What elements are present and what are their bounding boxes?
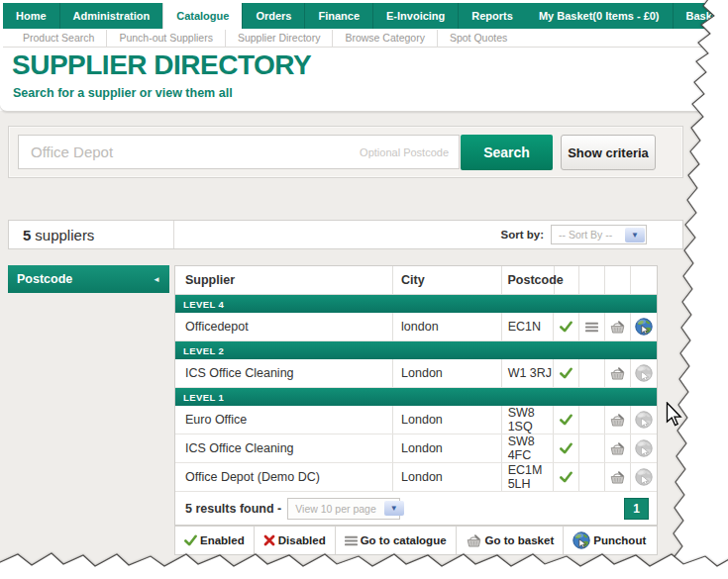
supplier-name: ICS Office Cleaning	[175, 359, 393, 387]
subnav-supplier-directory[interactable]: Supplier Directory	[225, 30, 332, 47]
table-row[interactable]: Euro Office London SW8 1SQ	[175, 406, 657, 434]
legend-label: Disabled	[278, 534, 326, 546]
empty-cell	[579, 359, 605, 387]
postcode-filter-header[interactable]: Postcode ◄	[8, 265, 169, 293]
supplier-table: Supplier City Postcode LEVEL 4 Officedep…	[174, 265, 658, 526]
go-to-basket-icon[interactable]	[605, 406, 631, 434]
optional-postcode-hint: Optional Postcode	[360, 146, 459, 158]
sort-by-group: Sort by: -- Sort By -- ▼	[501, 225, 682, 244]
legend-label: Enabled	[200, 534, 245, 546]
enabled-check-icon	[554, 463, 579, 491]
enabled-check-icon	[554, 313, 579, 340]
go-to-basket-icon[interactable]	[605, 434, 631, 462]
nav-tab-orders[interactable]: Orders	[242, 3, 304, 29]
search-button[interactable]: Search	[461, 135, 553, 170]
column-header-postcode: Postcode	[502, 266, 555, 294]
nav-tab-administration[interactable]: Administration	[59, 3, 163, 29]
supplier-search-input[interactable]: Office Depot Optional Postcode	[18, 135, 460, 169]
table-row[interactable]: Office Depot (Demo DC) London EC1M 5LH	[175, 463, 657, 492]
nav-tab-reports[interactable]: Reports	[458, 3, 526, 29]
supplier-count: 5 suppliers	[9, 221, 174, 248]
per-page-value: View 10 per page	[288, 503, 383, 515]
legend-punchout: Punchout	[564, 527, 657, 554]
page-1-button[interactable]: 1	[624, 498, 649, 520]
basket-icon	[466, 534, 482, 547]
empty-cell	[579, 434, 605, 462]
page-subtitle: Search for a supplier or view them all	[13, 86, 233, 100]
postcode-filter-label: Postcode	[17, 272, 72, 286]
empty-cell	[579, 463, 605, 491]
go-to-basket-icon[interactable]	[605, 359, 631, 387]
supplier-name: Office Depot (Demo DC)	[175, 463, 393, 491]
results-bar: 5 suppliers Sort by: -- Sort By -- ▼	[8, 220, 683, 249]
nav-tab-catalogue[interactable]: Catalogue	[162, 3, 242, 29]
nav-tab-finance[interactable]: Finance	[304, 3, 372, 29]
subnav-browse-category[interactable]: Browse Category	[332, 30, 437, 47]
legend-label: Punchout	[593, 534, 646, 546]
enabled-check-icon	[554, 434, 579, 462]
table-row[interactable]: ICS Office Cleaning London SW8 4FC	[175, 434, 657, 463]
supplier-postcode: EC1N	[502, 313, 555, 340]
legend-go-to-catalogue: Go to catalogue	[336, 527, 457, 554]
table-header-row: Supplier City Postcode	[175, 266, 657, 295]
go-to-basket-icon[interactable]	[605, 463, 631, 491]
search-panel: Office Depot Optional Postcode Search Sh…	[8, 126, 683, 178]
legend-enabled: Enabled	[175, 527, 255, 554]
nav-right-group: My Basket(0 Items - £0) Basket History Q…	[526, 3, 728, 29]
legend-label: Go to catalogue	[361, 534, 447, 546]
subnav-spot-quotes[interactable]: Spot Quotes	[437, 30, 519, 47]
chevron-down-icon[interactable]: ▼	[384, 501, 404, 516]
per-page-select[interactable]: View 10 per page ▼	[287, 498, 400, 520]
go-to-basket-icon[interactable]	[605, 313, 631, 340]
column-header-catalogue	[579, 266, 605, 294]
check-icon	[184, 534, 197, 546]
enabled-check-icon	[554, 406, 579, 434]
table-footer: 5 results found - View 10 per page ▼ 1	[175, 492, 657, 525]
legend-disabled: Disabled	[255, 527, 336, 554]
punchout-icon[interactable]	[631, 313, 657, 340]
sub-nav: Product Search Punch-out Suppliers Suppl…	[3, 29, 722, 48]
punchout-icon-disabled	[631, 463, 657, 491]
punchout-icon-disabled	[631, 359, 657, 387]
page-title: SUPPLIER DIRECTORY	[12, 49, 311, 81]
enabled-check-icon	[554, 359, 579, 387]
supplier-postcode: EC1M 5LH	[502, 463, 555, 491]
supplier-city: london	[393, 313, 502, 340]
level-group-header: LEVEL 4	[175, 295, 657, 313]
supplier-name: Euro Office	[175, 406, 393, 434]
subnav-product-search[interactable]: Product Search	[11, 30, 106, 47]
supplier-count-label: suppliers	[35, 227, 94, 243]
screenshot-page: Home Administration Catalogue Orders Fin…	[0, 0, 728, 579]
legend-go-to-basket: Go to basket	[457, 527, 565, 554]
subnav-punch-out-suppliers[interactable]: Punch-out Suppliers	[106, 30, 225, 47]
show-criteria-button[interactable]: Show criteria	[561, 135, 656, 170]
sort-by-value: -- Sort By --	[552, 229, 624, 241]
sort-by-label: Sort by:	[501, 229, 544, 241]
legend-bar: Enabled Disabled Go to catalogue Go to b…	[174, 526, 658, 555]
go-to-catalogue-icon[interactable]	[579, 313, 605, 340]
supplier-postcode: SW8 4FC	[502, 434, 555, 462]
supplier-name: ICS Office Cleaning	[175, 434, 393, 462]
punchout-icon-disabled	[631, 434, 657, 462]
supplier-count-number: 5	[23, 227, 31, 243]
column-header-supplier: Supplier	[175, 266, 393, 294]
table-row[interactable]: ICS Office Cleaning London W1 3RJ	[175, 359, 657, 388]
nav-tab-home[interactable]: Home	[3, 3, 59, 29]
column-header-city: City	[393, 266, 502, 294]
supplier-name: Officedepot	[175, 313, 393, 340]
search-query-text: Office Depot	[19, 144, 360, 160]
level-group-header: LEVEL 1	[175, 388, 657, 406]
nav-tab-e-invoicing[interactable]: E-Invoicing	[372, 3, 458, 29]
supplier-city: London	[393, 406, 502, 434]
nav-tab-basket-history[interactable]: Basket History	[673, 3, 728, 29]
sort-by-select[interactable]: -- Sort By -- ▼	[551, 225, 647, 244]
supplier-postcode: SW8 1SQ	[502, 406, 555, 434]
table-row[interactable]: Officedepot london EC1N	[175, 313, 657, 341]
supplier-city: London	[393, 359, 502, 387]
column-header-basket	[605, 266, 631, 294]
chevron-down-icon[interactable]: ▼	[625, 228, 645, 242]
column-header-punchout	[631, 266, 657, 294]
supplier-city: London	[393, 463, 502, 491]
nav-tab-my-basket[interactable]: My Basket(0 Items - £0)	[526, 3, 673, 29]
level-group-header: LEVEL 2	[175, 341, 657, 359]
